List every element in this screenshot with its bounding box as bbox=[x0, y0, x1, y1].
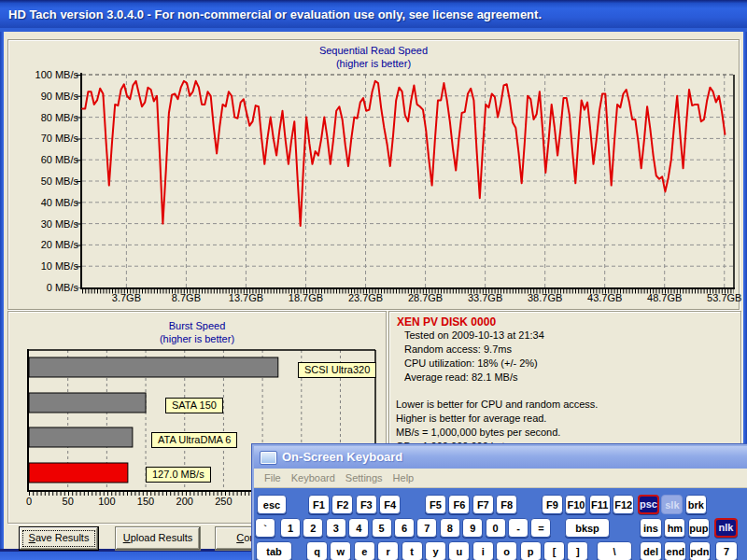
key-q[interactable]: q bbox=[306, 541, 328, 560]
osk-titlebar[interactable]: On-Screen Keyboard bbox=[254, 446, 747, 469]
osk-menu-help[interactable]: Help bbox=[393, 469, 415, 487]
key-ins[interactable]: ins bbox=[640, 518, 662, 538]
key-esc[interactable]: esc bbox=[257, 495, 287, 514]
osk-menu-settings[interactable]: Settings bbox=[345, 469, 383, 487]
key-][interactable]: ] bbox=[567, 541, 588, 560]
osk-menu-keyboard[interactable]: Keyboard bbox=[291, 469, 335, 487]
seq-y-tick-label: 20 MB/s bbox=[22, 239, 78, 250]
burst-bar-label: SATA 150 bbox=[165, 398, 223, 413]
key-F1[interactable]: F1 bbox=[308, 495, 330, 514]
drive-note-line: MB/s = 1,000,000 bytes per second. bbox=[396, 427, 560, 438]
key-pdn[interactable]: pdn bbox=[689, 541, 711, 560]
burst-chart-title: Burst Speed bbox=[8, 320, 386, 331]
key-pup[interactable]: pup bbox=[688, 518, 710, 538]
key-w[interactable]: w bbox=[330, 541, 351, 560]
window-frame-left bbox=[0, 32, 4, 549]
key-2[interactable]: 2 bbox=[303, 518, 323, 538]
drive-stat-line: CPU utilization: 18% (+/- 2%) bbox=[404, 357, 538, 369]
key-7[interactable]: 7 bbox=[416, 518, 437, 538]
key-t[interactable]: t bbox=[402, 541, 423, 560]
key-F4[interactable]: F4 bbox=[379, 495, 401, 514]
burst-bar-label: SCSI Ultra320 bbox=[298, 362, 376, 378]
key-1[interactable]: 1 bbox=[280, 518, 301, 538]
key-u[interactable]: u bbox=[448, 541, 470, 560]
seq-x-tick-label: 13.7GB bbox=[221, 292, 270, 303]
hdtach-window-title: HD Tach version 3.0.4.0 - For non-commer… bbox=[8, 7, 542, 21]
key-i[interactable]: i bbox=[472, 541, 494, 560]
window-frame-top bbox=[0, 28, 747, 32]
key-F9[interactable]: F9 bbox=[542, 495, 563, 514]
key-nlk[interactable]: nlk bbox=[714, 518, 738, 538]
seq-x-tick-label: 33.7GB bbox=[461, 292, 510, 303]
key-=[interactable]: = bbox=[530, 518, 551, 538]
upload-results-button[interactable]: Upload Results bbox=[115, 526, 201, 551]
burst-bar-label: ATA UltraDMA 6 bbox=[151, 432, 237, 448]
key-psc[interactable]: psc bbox=[638, 495, 659, 514]
key-r[interactable]: r bbox=[377, 541, 399, 560]
drive-name: XEN PV DISK 0000 bbox=[397, 315, 496, 329]
key-o[interactable]: o bbox=[496, 541, 517, 560]
drive-note-line: Higher is better for average read. bbox=[396, 413, 546, 424]
osk-menubar: FileKeyboardSettingsHelp bbox=[254, 469, 747, 488]
key-F7[interactable]: F7 bbox=[472, 495, 494, 514]
key-F11[interactable]: F11 bbox=[589, 495, 611, 514]
key-brk[interactable]: brk bbox=[685, 495, 707, 514]
seq-x-tick-label: 18.7GB bbox=[281, 292, 330, 303]
drive-stat-line: Average read: 82.1 MB/s bbox=[404, 371, 517, 383]
key-F2[interactable]: F2 bbox=[331, 495, 353, 514]
key-backslash[interactable]: \ bbox=[597, 541, 632, 560]
osk-key-area: escF1F2F3F4F5F6F7F8F9F10F11F12pscslkbrk`… bbox=[254, 488, 747, 560]
seq-y-tick-label: 0 MB/s bbox=[22, 282, 78, 293]
seq-x-tick-label: 23.7GB bbox=[342, 292, 390, 303]
seq-chart-title: Sequential Read Speed bbox=[8, 45, 739, 56]
key-hm[interactable]: hm bbox=[664, 518, 685, 538]
key-F10[interactable]: F10 bbox=[565, 495, 586, 514]
seq-y-tick-label: 90 MB/s bbox=[22, 91, 78, 102]
seq-x-tick-label: 3.7GB bbox=[102, 292, 150, 303]
key-6[interactable]: 6 bbox=[394, 518, 415, 538]
seq-y-tick-label: 60 MB/s bbox=[22, 154, 78, 165]
key-7[interactable]: 7 bbox=[715, 541, 738, 560]
seq-y-tick-label: 70 MB/s bbox=[22, 133, 78, 144]
focus-rectangle bbox=[22, 530, 95, 547]
on-screen-keyboard-window: On-Screen Keyboard FileKeyboardSettingsH… bbox=[252, 444, 747, 560]
key-bksp[interactable]: bksp bbox=[565, 518, 610, 538]
key--[interactable]: - bbox=[508, 518, 529, 538]
key-slk[interactable]: slk bbox=[661, 495, 683, 514]
osk-window-title: On-Screen Keyboard bbox=[282, 445, 402, 469]
key-0[interactable]: 0 bbox=[486, 518, 506, 538]
key-y[interactable]: y bbox=[425, 541, 446, 560]
key-8[interactable]: 8 bbox=[440, 518, 460, 538]
key-5[interactable]: 5 bbox=[372, 518, 392, 538]
key-`[interactable]: ` bbox=[255, 518, 275, 538]
seq-y-tick-label: 100 MB/s bbox=[22, 69, 78, 80]
seq-y-tick-label: 10 MB/s bbox=[22, 260, 78, 272]
seq-x-tick-label: 43.7GB bbox=[581, 292, 629, 303]
key-end[interactable]: end bbox=[664, 541, 686, 560]
key-9[interactable]: 9 bbox=[462, 518, 483, 538]
screen: HD Tach version 3.0.4.0 - For non-commer… bbox=[0, 0, 747, 560]
key-e[interactable]: e bbox=[354, 541, 375, 560]
burst-chart-subtitle: (higher is better) bbox=[8, 333, 386, 344]
osk-menu-file[interactable]: File bbox=[264, 469, 281, 487]
key-3[interactable]: 3 bbox=[326, 518, 346, 538]
drive-stat-line: Tested on 2009-10-13 at 21:34 bbox=[404, 329, 544, 341]
key-F6[interactable]: F6 bbox=[448, 495, 470, 514]
seq-x-tick-label: 28.7GB bbox=[402, 292, 450, 303]
key-F8[interactable]: F8 bbox=[496, 495, 517, 514]
key-F3[interactable]: F3 bbox=[356, 495, 377, 514]
save-results-button[interactable]: Save Results bbox=[19, 526, 99, 551]
seq-x-tick-label: 53.7GB bbox=[700, 292, 747, 303]
seq-y-tick-label: 80 MB/s bbox=[22, 112, 78, 123]
seq-y-tick-label: 50 MB/s bbox=[22, 175, 78, 187]
key-tab[interactable]: tab bbox=[256, 541, 292, 560]
key-4[interactable]: 4 bbox=[348, 518, 369, 538]
key-[[interactable]: [ bbox=[543, 541, 565, 560]
burst-bar-label: 127.0 MB/s bbox=[146, 467, 211, 483]
sequential-read-chart bbox=[75, 65, 740, 310]
key-F12[interactable]: F12 bbox=[613, 495, 634, 514]
key-F5[interactable]: F5 bbox=[425, 495, 446, 514]
hdtach-titlebar[interactable]: HD Tach version 3.0.4.0 - For non-commer… bbox=[0, 0, 747, 28]
key-del[interactable]: del bbox=[640, 541, 662, 560]
key-p[interactable]: p bbox=[520, 541, 542, 560]
